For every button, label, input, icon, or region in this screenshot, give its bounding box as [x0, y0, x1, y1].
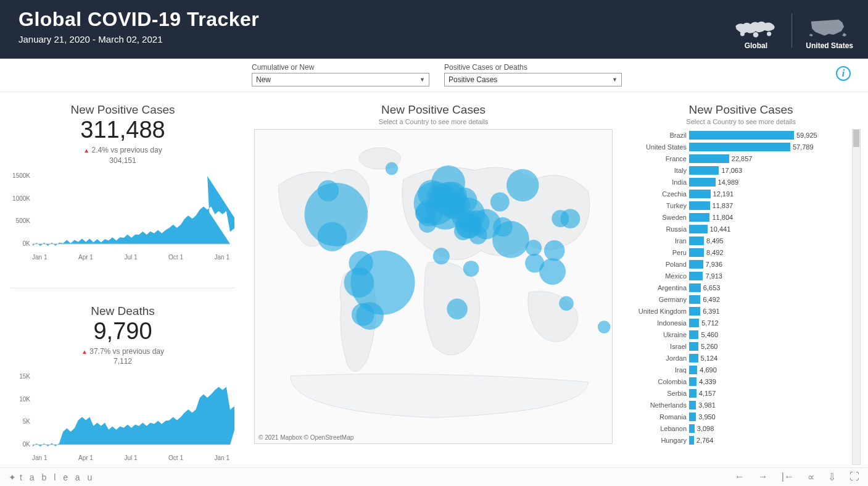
tableau-mark-icon: ✦: [9, 472, 16, 482]
country-bar-row[interactable]: Brazil59,925: [621, 129, 849, 141]
country-bar-list[interactable]: Brazil59,925United States57,789France22,…: [621, 129, 861, 465]
bar-fill: [689, 283, 701, 292]
map-bubble[interactable]: [490, 193, 510, 212]
map-bubble[interactable]: [463, 261, 479, 277]
bar-fill: [689, 237, 704, 245]
map-bubble[interactable]: [352, 303, 374, 326]
map-bubble[interactable]: [447, 299, 468, 320]
map-bubble[interactable]: [559, 296, 574, 311]
country-bar-row[interactable]: Netherlands3,981: [621, 399, 849, 411]
country-label: Serbia: [621, 390, 689, 397]
cases-chart[interactable]: 0K500K1000K1500K Jan 1Apr 1Jul 1Oct 1Jan…: [11, 172, 234, 261]
country-bar-row[interactable]: Indonesia5,712: [621, 317, 849, 329]
country-label: Italy: [621, 167, 689, 174]
scrollbar[interactable]: [852, 129, 861, 465]
deaths-chart[interactable]: 0K5K10K15K Jan 1Apr 1Jul 1Oct 1Jan 1: [11, 373, 234, 461]
bar-value: 14,989: [718, 178, 739, 186]
divider: [11, 288, 234, 288]
share-button[interactable]: ∝: [808, 471, 814, 483]
bar-fill: [689, 413, 696, 421]
filter-mode-label: Cumulative or New: [252, 63, 429, 72]
filter-mode: Cumulative or New New ▼: [252, 63, 429, 86]
country-bar-row[interactable]: Argentina6,653: [621, 282, 849, 293]
country-bar-row[interactable]: Czechia12,191: [621, 188, 849, 199]
redo-button[interactable]: →: [758, 471, 768, 483]
stat-deaths-value: 9,790: [11, 319, 234, 343]
country-bar-row[interactable]: Lebanon3,098: [621, 422, 849, 434]
country-bar-row[interactable]: Jordan5,124: [621, 352, 849, 364]
bar-value: 59,925: [796, 132, 817, 139]
map-bubble[interactable]: [493, 217, 513, 237]
country-bar-row[interactable]: Russia10,441: [621, 223, 849, 235]
map-bubble[interactable]: [318, 180, 339, 202]
country-bar-row[interactable]: Italy17,063: [621, 164, 849, 176]
map-title: New Positive Cases: [254, 103, 613, 117]
bar-value: 12,191: [713, 190, 734, 198]
map-bubble[interactable]: [469, 226, 487, 245]
country-label: Iran: [621, 237, 689, 245]
country-bar-row[interactable]: Ukraine5,460: [621, 329, 849, 340]
country-bar-row[interactable]: Iraq4,690: [621, 364, 849, 375]
country-bar-row[interactable]: India14,989: [621, 176, 849, 188]
bar-fill: [689, 436, 694, 445]
map-bubble[interactable]: [598, 321, 611, 333]
select-metric-value: Positive Cases: [448, 75, 497, 84]
header-right: Global United States: [734, 9, 853, 50]
bar-value: 4,690: [700, 366, 717, 374]
info-icon[interactable]: i: [836, 66, 851, 81]
svg-text:1000K: 1000K: [12, 195, 30, 201]
country-bar-row[interactable]: Serbia4,157: [621, 387, 849, 399]
bar-fill: [689, 178, 716, 186]
deaths-area-chart: 0K5K10K15K: [11, 373, 234, 453]
map-bubble[interactable]: [544, 240, 565, 261]
country-bar-row[interactable]: Israel5,260: [621, 340, 849, 352]
bar-value: 5,460: [701, 331, 718, 338]
country-bar-row[interactable]: United Kingdom6,391: [621, 305, 849, 317]
map-bubble[interactable]: [552, 210, 569, 227]
svg-point-0: [740, 31, 745, 36]
country-bar-row[interactable]: Iran8,495: [621, 235, 849, 246]
map-bubble[interactable]: [318, 222, 347, 251]
country-bar-row[interactable]: Sweden11,804: [621, 211, 849, 223]
map-bubble[interactable]: [442, 193, 463, 214]
world-map[interactable]: © 2021 Mapbox © OpenStreetMap: [254, 129, 613, 444]
country-bar-row[interactable]: Peru8,492: [621, 246, 849, 258]
country-bar-row[interactable]: Mexico7,913: [621, 270, 849, 282]
map-bubble[interactable]: [349, 251, 373, 275]
country-label: Romania: [621, 413, 689, 421]
country-bar-row[interactable]: France22,857: [621, 153, 849, 164]
country-bar-row[interactable]: Germany6,492: [621, 293, 849, 305]
bar-fill: [689, 213, 709, 222]
country-bar-row[interactable]: United States57,789: [621, 141, 849, 153]
region-toggle-global[interactable]: Global: [734, 14, 778, 50]
map-bubble[interactable]: [506, 169, 539, 201]
map-bubble[interactable]: [526, 240, 542, 256]
region-toggle-us[interactable]: United States: [806, 14, 853, 50]
bar-fill: [689, 354, 698, 362]
country-bar-row[interactable]: Romania3,950: [621, 411, 849, 422]
map-bubble[interactable]: [433, 248, 450, 264]
bar-value: 7,913: [705, 272, 722, 280]
reset-button[interactable]: |←: [782, 471, 794, 483]
svg-text:500K: 500K: [16, 217, 31, 224]
select-metric[interactable]: Positive Cases ▼: [444, 73, 622, 86]
country-bar-row[interactable]: Turkey11,837: [621, 199, 849, 211]
download-button[interactable]: ⇩: [828, 471, 836, 483]
fullscreen-button[interactable]: ⛶: [849, 471, 859, 483]
map-bubble[interactable]: [415, 203, 436, 224]
country-bar-row[interactable]: Colombia4,339: [621, 375, 849, 387]
bar-value: 17,063: [721, 167, 742, 174]
scrollbar-thumb[interactable]: [853, 130, 859, 147]
country-label: Jordan: [621, 354, 689, 362]
stat-cases-title: New Positive Cases: [11, 103, 234, 117]
select-mode[interactable]: New ▼: [252, 73, 429, 86]
bar-value: 6,391: [703, 308, 720, 315]
country-bar-row[interactable]: Poland7,936: [621, 258, 849, 270]
bar-fill: [689, 366, 697, 374]
map-bubble[interactable]: [386, 162, 399, 175]
country-bar-row[interactable]: Hungary2,764: [621, 434, 849, 446]
bar-fill: [689, 166, 719, 175]
undo-button[interactable]: ←: [735, 471, 745, 483]
tableau-logo[interactable]: ✦ t a b l e a u: [9, 472, 94, 482]
map-bubble[interactable]: [525, 254, 544, 273]
